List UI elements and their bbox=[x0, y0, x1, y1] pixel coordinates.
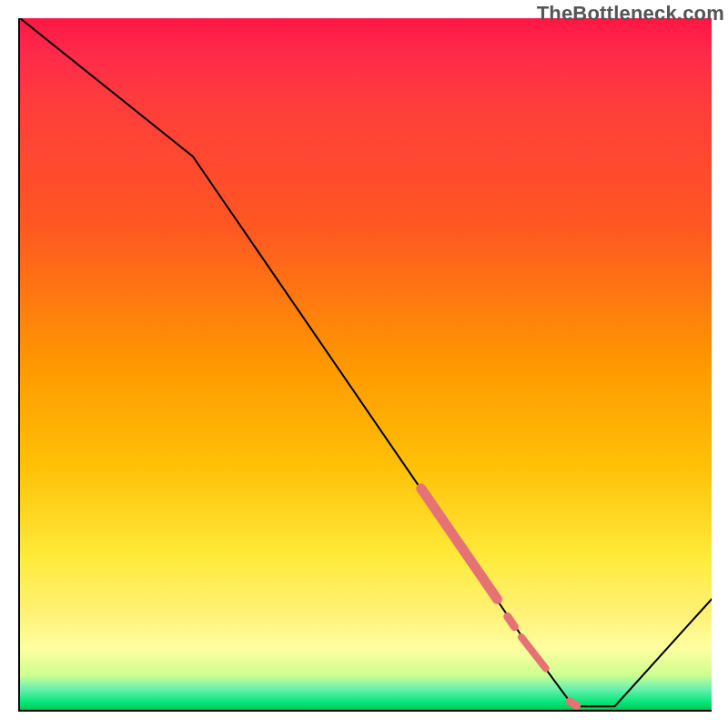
highlight-segment bbox=[421, 489, 498, 600]
watermark-label: TheBottleneck.com bbox=[537, 2, 724, 25]
chart-container: TheBottleneck.com bbox=[0, 0, 728, 728]
bottleneck-curve-line bbox=[20, 18, 712, 706]
highlight-segment bbox=[521, 637, 546, 668]
plot-area bbox=[18, 18, 712, 712]
highlight-segment bbox=[570, 702, 577, 706]
highlight-segments bbox=[421, 489, 577, 706]
chart-svg bbox=[20, 18, 712, 710]
highlight-segment bbox=[508, 616, 515, 626]
